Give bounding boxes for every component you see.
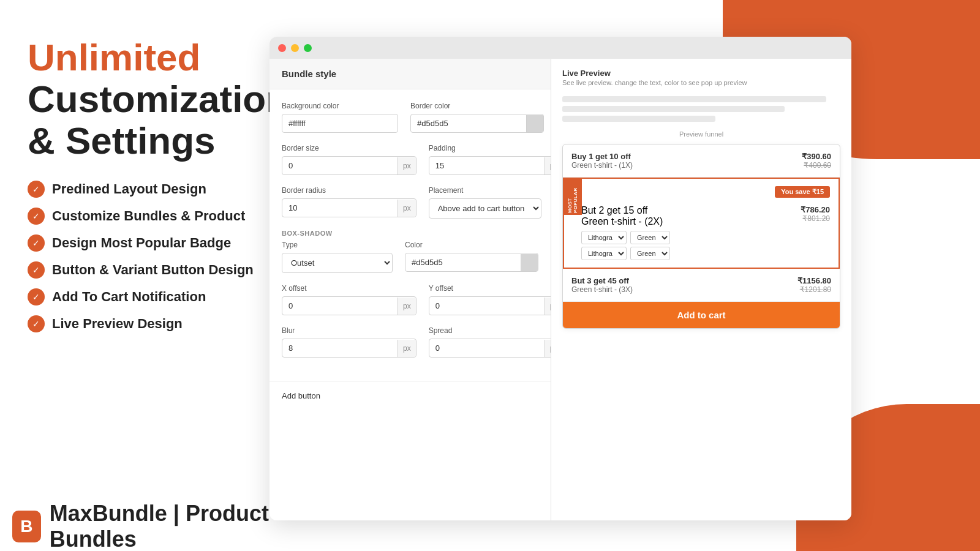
y-offset-input[interactable]	[429, 297, 545, 315]
feature-bundles: ✓ Customize Bundles & Product	[28, 208, 257, 225]
variant-select-2a[interactable]: Lithogra	[581, 247, 627, 260]
loading-bar-3	[562, 116, 715, 122]
add-to-cart-button[interactable]: Add to cart	[563, 302, 840, 328]
y-offset-input-wrap: px	[429, 296, 551, 315]
headline: Unlimited Customization& Settings	[28, 37, 257, 162]
bundle-2-old-price: ₹801.20	[801, 214, 830, 223]
form-group-border-color: Border color	[410, 102, 544, 133]
form-row-size-padding: Border size px Padding px	[282, 144, 538, 175]
you-save-badge: You save ₹15	[775, 186, 830, 198]
bundle-3-price: ₹1156.80	[797, 276, 831, 285]
box-shadow-label: BOX-SHADOW	[282, 230, 538, 237]
bg-color-input[interactable]	[282, 114, 398, 132]
bundle-2-price: ₹786.20	[801, 205, 830, 214]
bundle-card: Buy 1 get 10 off Green t-shirt - (1X) ₹3…	[562, 144, 840, 329]
bundle-row-1-right: ₹390.60 ₹400.60	[802, 152, 831, 170]
preview-title: Live Preview	[562, 69, 840, 78]
variant-select-1a[interactable]: Lithogra	[581, 231, 627, 244]
type-label: Type	[282, 241, 393, 249]
loading-bar-1	[562, 96, 826, 102]
variant-select-2b[interactable]: Green	[630, 247, 670, 260]
bundle-1-price: ₹390.60	[802, 152, 831, 161]
form-group-padding: Padding px	[429, 144, 551, 175]
form-row-shadow-type-color: Type Outset Color	[282, 241, 538, 273]
bundle-3-old-price: ₹1201.80	[797, 285, 831, 294]
form-group-y-offset: Y offset px	[429, 284, 551, 315]
preview-funnel-label: Preview funnel	[562, 130, 840, 138]
headline-highlight: Unlimited	[28, 36, 200, 78]
border-color-input[interactable]	[411, 114, 526, 132]
border-radius-label: Border radius	[282, 186, 417, 195]
x-offset-label: X offset	[282, 284, 417, 293]
form-group-placement: Placement Above add to cart button	[429, 186, 541, 219]
bundle-3-title: But 3 get 45 off	[571, 276, 633, 285]
type-select[interactable]: Outset	[282, 253, 392, 272]
feature-label-bundles: Customize Bundles & Product	[52, 208, 245, 224]
loading-bar-2	[562, 106, 785, 112]
brand-icon: B	[12, 511, 41, 542]
border-color-input-wrap	[410, 114, 544, 133]
padding-input[interactable]	[429, 157, 545, 174]
bundle-2-left: But 2 get 15 off Green t-shirt - (2X) Li…	[581, 205, 670, 260]
bundle-row-3: But 3 get 45 off Green t-shirt - (3X) ₹1…	[563, 269, 840, 302]
variant-select-1b[interactable]: Green	[630, 231, 670, 244]
x-offset-input[interactable]	[282, 297, 398, 315]
bundle-2-title: But 2 get 15 off	[581, 205, 670, 216]
placement-select[interactable]: Above add to cart button	[429, 199, 541, 218]
check-icon-notification: ✓	[28, 288, 45, 305]
preview-subtitle: See live preview. change the text, color…	[562, 79, 840, 86]
blur-suffix: px	[398, 340, 416, 357]
headline-rest: Customization& Settings	[28, 78, 289, 162]
form-group-blur: Blur px	[282, 326, 417, 358]
feature-badge: ✓ Design Most Popular Badge	[28, 234, 257, 252]
border-size-suffix: px	[398, 157, 416, 174]
feature-preview: ✓ Live Preview Design	[28, 315, 257, 332]
add-button-link[interactable]: Add button	[282, 391, 320, 400]
border-size-label: Border size	[282, 144, 417, 152]
feature-notification: ✓ Add To Cart Notification	[28, 288, 257, 305]
highlighted-content: But 2 get 15 off Green t-shirt - (2X) Li…	[581, 205, 830, 260]
bundle-2-variants: Lithogra Green	[581, 231, 670, 244]
bundle-row-3-left: But 3 get 45 off Green t-shirt - (3X)	[571, 276, 633, 294]
spread-suffix: px	[545, 340, 551, 357]
blur-input-wrap: px	[282, 339, 417, 358]
spread-input-wrap: px	[429, 339, 551, 358]
x-offset-input-wrap: px	[282, 296, 417, 315]
border-radius-input[interactable]	[282, 199, 398, 217]
bundle-2-right: ₹786.20 ₹801.20	[801, 205, 830, 223]
titlebar-dot-yellow[interactable]	[291, 44, 299, 52]
main-window: Bundle style Background color Border col…	[270, 37, 851, 520]
form-group-border-radius: Border radius px	[282, 186, 417, 219]
feature-label-button: Button & Variant Button Design	[52, 262, 254, 278]
border-size-input[interactable]	[282, 157, 398, 174]
highlighted-bundle-inner: You save ₹15 But 2 get 15 off Green t-sh…	[564, 179, 839, 268]
form-group-shadow-type: Type Outset	[282, 241, 393, 273]
form-group-bg-color: Background color	[282, 102, 398, 133]
type-select-wrap: Outset	[282, 253, 393, 273]
border-size-input-wrap: px	[282, 156, 417, 175]
shadow-color-swatch[interactable]	[521, 254, 538, 271]
titlebar-dot-red[interactable]	[278, 44, 286, 52]
check-icon-button: ✓	[28, 261, 45, 279]
form-section-title: Bundle style	[270, 59, 551, 89]
bundle-1-title: Buy 1 get 10 off	[571, 152, 633, 161]
bundle-2-variants-2: Lithogra Green	[581, 247, 670, 260]
bundle-row-2-highlighted: MOST POPULAR You save ₹15 But 2 get 15 o…	[563, 178, 840, 269]
feature-label-notification: Add To Cart Notification	[52, 289, 206, 305]
padding-suffix: px	[545, 157, 551, 174]
blur-input[interactable]	[282, 339, 398, 357]
shadow-color-input[interactable]	[405, 253, 521, 271]
form-group-border-size: Border size px	[282, 144, 417, 175]
titlebar-dot-green[interactable]	[304, 44, 312, 52]
feature-label-predefined: Predined Layout Design	[52, 181, 206, 197]
padding-label: Padding	[429, 144, 551, 152]
bundle-1-subtitle: Green t-shirt - (1X)	[571, 161, 633, 170]
bundle-row-1: Buy 1 get 10 off Green t-shirt - (1X) ₹3…	[563, 144, 840, 178]
left-panel: Unlimited Customization& Settings ✓ Pred…	[0, 0, 282, 551]
add-button-bar: Add button	[270, 381, 551, 410]
spread-label: Spread	[429, 326, 551, 335]
most-popular-badge: MOST POPULAR	[564, 178, 582, 215]
spread-input[interactable]	[429, 339, 545, 357]
border-color-swatch[interactable]	[526, 115, 543, 132]
brand-icon-letter: B	[20, 517, 32, 536]
